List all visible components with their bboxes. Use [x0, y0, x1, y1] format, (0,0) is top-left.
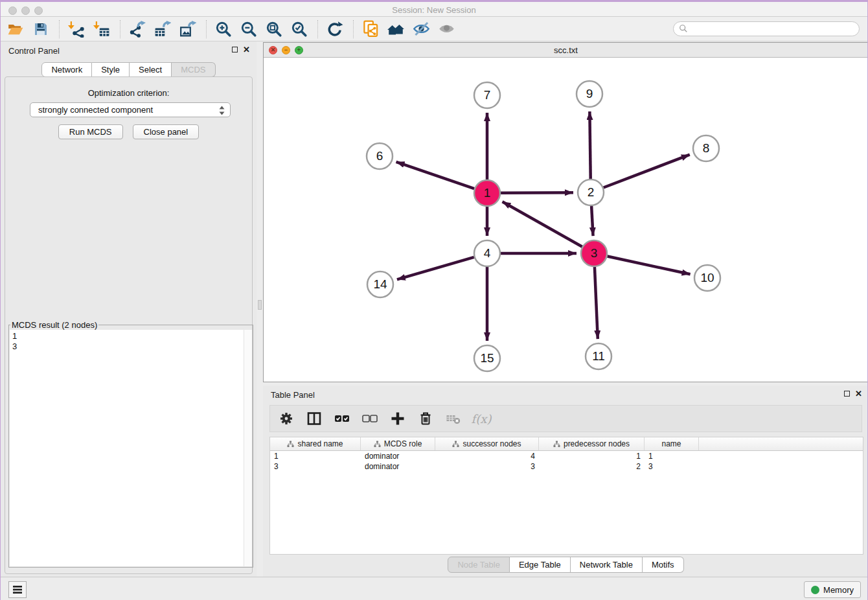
mcds-result-scrollbar[interactable] — [244, 330, 252, 566]
toolbar-separator — [120, 20, 121, 38]
control-panel-close-icon[interactable]: ✕ — [243, 46, 250, 53]
search-icon — [679, 24, 688, 33]
graph-edge-1-6[interactable] — [396, 162, 475, 189]
open-file-icon[interactable] — [6, 19, 25, 39]
search-input[interactable] — [673, 21, 860, 36]
mcds-result-title: MCDS result (2 nodes) — [10, 320, 98, 330]
table-cell[interactable]: dominator — [361, 461, 435, 472]
optimization-select-value: strongly connected component — [38, 105, 153, 115]
hamburger-menu-icon — [12, 585, 23, 594]
split-view-icon[interactable] — [306, 410, 323, 427]
table-row[interactable]: 1dominator411 — [270, 451, 863, 461]
control-tab-mcds[interactable]: MCDS — [172, 62, 215, 77]
table-cell[interactable]: 1 — [539, 451, 645, 461]
add-column-icon[interactable] — [389, 410, 406, 427]
toolbar-separator — [317, 20, 319, 38]
table-cell[interactable]: 1 — [645, 451, 699, 461]
column-header-shared-name[interactable]: shared name — [270, 437, 361, 450]
toolbar-separator — [206, 20, 207, 38]
network-window-title: scc.txt — [264, 45, 868, 55]
search-field-wrap — [673, 21, 860, 36]
apply-layout-icon[interactable] — [325, 19, 345, 39]
table-panel-tabs: Node TableEdge TableNetwork TableMotifs — [263, 557, 868, 573]
graph-node-label-15: 15 — [480, 351, 494, 365]
table-tab-node-table[interactable]: Node Table — [448, 557, 510, 573]
window-title: Session: New Session — [1, 5, 867, 15]
graph-node-label-8: 8 — [703, 141, 710, 155]
save-session-icon[interactable] — [31, 19, 51, 39]
network-canvas[interactable]: 1234678910111415 — [264, 58, 868, 382]
optimization-select[interactable]: strongly connected component — [30, 102, 231, 117]
column-header-name[interactable]: name — [645, 437, 699, 450]
close-panel-button[interactable]: Close panel — [133, 124, 200, 139]
graph-edge-4-14[interactable] — [397, 257, 474, 280]
graph-edge-3-11[interactable] — [595, 267, 598, 339]
delete-column-trash-icon[interactable] — [417, 410, 434, 427]
control-panel-header: Control Panel ✕ — [1, 41, 257, 61]
table-tab-motifs[interactable]: Motifs — [643, 557, 684, 573]
control-panel: Control Panel ✕ NetworkStyleSelectMCDS O… — [1, 41, 257, 577]
vertical-splitter-grip[interactable] — [258, 300, 262, 310]
delete-table-icon — [445, 410, 462, 427]
mcds-result-values: 1 3 — [12, 331, 17, 352]
deselect-all-checkboxes-icon[interactable] — [361, 410, 378, 427]
graph-edge-2-8[interactable] — [604, 155, 690, 188]
zoom-fit-icon[interactable] — [264, 19, 284, 39]
memory-button-label: Memory — [823, 585, 854, 595]
mcds-result-textarea[interactable]: 1 3 — [10, 330, 252, 566]
table-cell[interactable]: 3 — [435, 461, 539, 472]
export-table-icon[interactable] — [153, 19, 172, 39]
control-tab-select[interactable]: Select — [130, 62, 172, 77]
clone-network-icon[interactable] — [361, 19, 380, 39]
table-tab-network-table[interactable]: Network Table — [571, 557, 643, 573]
import-table-icon[interactable] — [92, 19, 111, 39]
select-all-checkboxes-icon[interactable] — [334, 410, 350, 427]
table-tab-edge-table[interactable]: Edge Table — [510, 557, 571, 573]
zoom-in-icon[interactable] — [214, 19, 233, 39]
status-bar: Memory — [1, 577, 867, 600]
table-cell[interactable]: 3 — [645, 461, 699, 472]
graph-node-label-11: 11 — [592, 349, 605, 363]
table-row[interactable]: 3dominator323 — [270, 461, 863, 472]
column-header-predecessor-nodes[interactable]: predecessor nodes — [539, 437, 645, 450]
zoom-out-icon[interactable] — [239, 19, 258, 39]
chevron-up-down-icon — [218, 105, 225, 116]
control-tab-style[interactable]: Style — [92, 62, 130, 77]
column-settings-gear-icon[interactable] — [278, 410, 295, 427]
network-window-titlebar[interactable]: ✕ − + scc.txt — [264, 43, 868, 58]
table-cell[interactable]: 3 — [270, 461, 361, 472]
column-header-successor-nodes[interactable]: successor nodes — [435, 437, 539, 450]
control-tab-network[interactable]: Network — [41, 62, 92, 77]
graph-edge-3-10[interactable] — [608, 256, 691, 274]
node-table-header: shared nameMCDS rolesuccessor nodesprede… — [270, 437, 863, 451]
graph-edge-2-9[interactable] — [589, 111, 590, 179]
hide-selected-eye-icon[interactable] — [411, 19, 431, 39]
home-icon[interactable] — [386, 19, 405, 39]
import-network-icon[interactable] — [67, 19, 86, 39]
export-image-icon[interactable] — [178, 19, 198, 39]
graph-node-label-6: 6 — [376, 149, 383, 163]
graph-edge-1-2[interactable] — [501, 192, 573, 193]
run-mcds-button[interactable]: Run MCDS — [58, 124, 123, 139]
table-cell[interactable]: 4 — [435, 451, 539, 461]
graph-edge-3-1[interactable] — [503, 202, 582, 246]
table-panel-float-icon[interactable] — [844, 391, 850, 397]
show-all-eye-icon[interactable] — [437, 19, 456, 39]
control-panel-float-icon[interactable] — [232, 47, 238, 52]
table-toolbar: f(x) — [269, 405, 862, 432]
zoom-selected-icon[interactable] — [290, 19, 309, 39]
graph-edge-2-3[interactable] — [591, 206, 593, 236]
export-network-icon[interactable] — [128, 19, 147, 39]
table-cell[interactable]: 2 — [539, 461, 645, 472]
table-panel-close-icon[interactable]: ✕ — [855, 390, 862, 397]
column-header-MCDS-role[interactable]: MCDS role — [361, 437, 435, 450]
application-window: Session: New Session — [0, 0, 868, 600]
network-graph[interactable]: 1234678910111415 — [264, 58, 868, 382]
status-menu-button[interactable] — [8, 581, 27, 598]
table-cell[interactable]: 1 — [270, 451, 361, 461]
graph-node-label-4: 4 — [484, 246, 491, 260]
graph-node-label-10: 10 — [700, 271, 714, 284]
table-cell[interactable]: dominator — [361, 451, 435, 461]
control-panel-tabs: NetworkStyleSelectMCDS — [1, 62, 257, 77]
memory-button[interactable]: Memory — [804, 581, 861, 598]
